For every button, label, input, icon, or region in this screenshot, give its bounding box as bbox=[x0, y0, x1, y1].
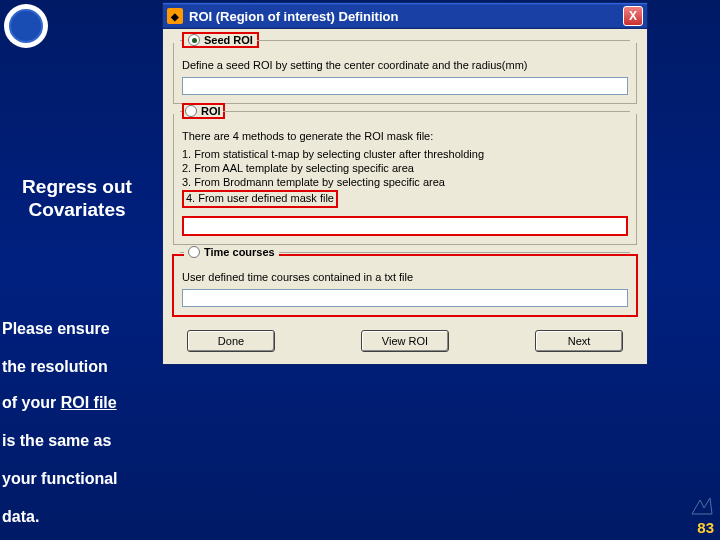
roi-method-2: 2. From AAL template by selecting specif… bbox=[182, 162, 628, 176]
annotation-line-5: your functional bbox=[2, 470, 162, 488]
time-courses-radio-wrap: Time courses bbox=[184, 246, 279, 258]
roi-mask-input[interactable] bbox=[182, 216, 628, 236]
matlab-icon: ◆ bbox=[167, 8, 183, 24]
time-courses-radio-label: Time courses bbox=[204, 246, 275, 258]
annotation-line-4: is the same as bbox=[2, 432, 162, 450]
time-courses-radio[interactable] bbox=[188, 246, 200, 258]
corner-decoration-icon bbox=[690, 496, 714, 516]
view-roi-button[interactable]: View ROI bbox=[361, 330, 449, 352]
seed-roi-radio[interactable] bbox=[188, 34, 200, 46]
seed-roi-group: Seed ROI Define a seed ROI by setting th… bbox=[173, 43, 637, 104]
time-courses-group: Time courses User defined time courses c… bbox=[173, 255, 637, 316]
logo-inner bbox=[9, 9, 43, 43]
seed-roi-radio-label: Seed ROI bbox=[204, 34, 253, 46]
institute-logo bbox=[4, 4, 48, 48]
annotation-line-2: the resolution bbox=[2, 358, 162, 376]
next-button[interactable]: Next bbox=[535, 330, 623, 352]
close-button[interactable]: X bbox=[623, 6, 643, 26]
roi-method-4: 4. From user defined mask file bbox=[186, 192, 334, 204]
roi-method-4-highlight: 4. From user defined mask file bbox=[182, 190, 338, 208]
slide-number: 83 bbox=[697, 519, 714, 536]
roi-group: ROI There are 4 methods to generate the … bbox=[173, 114, 637, 245]
seed-roi-desc: Define a seed ROI by setting the center … bbox=[182, 59, 628, 71]
roi-method-1: 1. From statistical t-map by selecting c… bbox=[182, 148, 628, 162]
close-icon: X bbox=[629, 9, 637, 23]
time-courses-desc: User defined time courses contained in a… bbox=[182, 271, 628, 283]
done-button[interactable]: Done bbox=[187, 330, 275, 352]
annotation-heading: Regress out Covariates bbox=[2, 176, 152, 222]
dialog-titlebar[interactable]: ◆ ROI (Region of interest) Definition X bbox=[163, 3, 647, 29]
roi-method-3: 3. From Brodmann template by selecting s… bbox=[182, 176, 628, 190]
annotation-line-3: of your ROI file bbox=[2, 394, 162, 412]
seed-roi-radio-highlight: Seed ROI bbox=[182, 32, 259, 48]
dialog-button-row: Done View ROI Next bbox=[173, 326, 637, 354]
roi-radio[interactable] bbox=[185, 105, 197, 117]
dialog-title: ROI (Region of interest) Definition bbox=[189, 9, 623, 24]
roi-definition-dialog: ◆ ROI (Region of interest) Definition X … bbox=[162, 2, 648, 365]
time-courses-input[interactable] bbox=[182, 289, 628, 307]
roi-radio-label: ROI bbox=[201, 105, 221, 117]
roi-radio-highlight: ROI bbox=[182, 103, 225, 119]
roi-methods-list: 1. From statistical t-map by selecting c… bbox=[182, 148, 628, 208]
annotation-line-1: Please ensure bbox=[2, 320, 162, 338]
dialog-body: Seed ROI Define a seed ROI by setting th… bbox=[163, 29, 647, 364]
annotation-line-6: data. bbox=[2, 508, 162, 526]
seed-roi-input[interactable] bbox=[182, 77, 628, 95]
roi-desc: There are 4 methods to generate the ROI … bbox=[182, 130, 628, 142]
